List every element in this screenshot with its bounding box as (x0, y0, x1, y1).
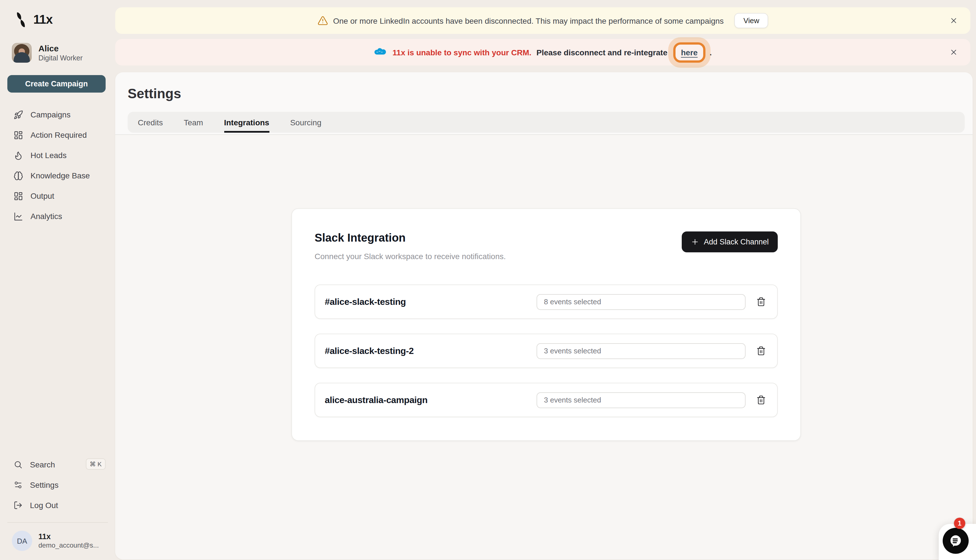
close-icon (949, 48, 958, 57)
worker-avatar (12, 43, 32, 63)
worker-role: Digital Worker (38, 53, 83, 62)
page-title: Settings (128, 86, 181, 102)
settings-tabs: Credits Team Integrations Sourcing (128, 112, 965, 133)
add-slack-channel-button[interactable]: Add Slack Channel (682, 232, 778, 252)
here-link-highlight: here (673, 42, 706, 62)
sidebar-item-hot-leads[interactable]: Hot Leads (7, 145, 108, 165)
account-switcher[interactable]: DA 11x demo_account@s... (7, 531, 108, 560)
events-select[interactable]: 3 events selected (537, 343, 746, 359)
flame-icon (13, 150, 23, 160)
close-linkedin-banner-button[interactable] (947, 14, 960, 27)
warning-icon (317, 15, 328, 26)
tab-integrations[interactable]: Integrations (224, 112, 269, 133)
salesforce-icon (374, 47, 387, 57)
reintegrate-here-link[interactable]: here (681, 48, 697, 57)
settings-panel: Settings Credits Team Integrations Sourc… (115, 72, 973, 560)
chat-widget-button[interactable]: 1 (943, 528, 969, 554)
sidebar-footer: Search ⌘ K Settings Log Out DA 11x (7, 455, 108, 560)
trash-icon (756, 297, 766, 307)
sidebar-item-output[interactable]: Output (7, 186, 108, 206)
sidebar-item-action-required[interactable]: Action Required (7, 125, 108, 145)
events-select[interactable]: 3 events selected (537, 392, 746, 408)
slack-channel-row: alice-australia-campaign 3 events select… (315, 383, 778, 417)
search-icon (13, 460, 23, 469)
settings-label: Settings (30, 480, 58, 490)
chat-notification-badge: 1 (954, 518, 965, 529)
crm-instruction-text: Please disconnect and re-integrate (537, 48, 667, 57)
slack-card-title: Slack Integration (315, 232, 506, 245)
chat-bubble-icon (948, 533, 963, 548)
sidebar-item-label: Knowledge Base (30, 171, 90, 180)
slack-integration-card: Slack Integration Connect your Slack wor… (292, 208, 801, 441)
slack-channel-row: #alice-slack-testing-2 3 events selected (315, 333, 778, 368)
create-campaign-button[interactable]: Create Campaign (7, 75, 106, 93)
crm-sync-banner: 11x is unable to sync with your CRM. Ple… (115, 39, 970, 65)
slack-channel-row: #alice-slack-testing 8 events selected (315, 285, 778, 319)
sidebar-item-label: Output (30, 192, 54, 200)
worker-name: Alice (38, 43, 83, 53)
slack-card-subtitle: Connect your Slack workspace to receive … (315, 252, 506, 261)
logo: 11x (7, 11, 108, 28)
channel-name: #alice-slack-testing (325, 297, 406, 307)
delete-channel-button[interactable] (752, 293, 769, 310)
events-select[interactable]: 8 events selected (537, 294, 746, 310)
grid-icon (13, 191, 23, 201)
linkedin-banner-text: One or more LinkedIn accounts have been … (333, 16, 724, 25)
slack-channel-list: #alice-slack-testing 8 events selected #… (315, 285, 778, 417)
logo-text: 11x (33, 12, 53, 27)
search-label: Search (30, 460, 55, 469)
sidebar-item-label: Action Required (30, 130, 87, 140)
rocket-icon (13, 110, 23, 119)
sidebar-item-analytics[interactable]: Analytics (7, 206, 108, 227)
crm-error-text: 11x is unable to sync with your CRM. (392, 48, 532, 57)
account-avatar: DA (12, 531, 32, 551)
logout-icon (13, 501, 23, 510)
chart-icon (13, 212, 23, 221)
sliders-icon (13, 480, 23, 490)
account-org: 11x (38, 532, 99, 542)
integrations-content: Slack Integration Connect your Slack wor… (115, 135, 973, 560)
delete-channel-button[interactable] (752, 392, 769, 408)
app-root: 11x Alice Digital Worker Create Campaign… (0, 0, 976, 560)
sidebar-nav: Campaigns Action Required Hot Leads (7, 105, 108, 227)
sidebar-item-search[interactable]: Search ⌘ K (7, 455, 108, 475)
trash-icon (756, 346, 766, 356)
linkedin-disconnected-banner: One or more LinkedIn accounts have been … (115, 7, 970, 34)
trash-icon (756, 395, 766, 405)
account-email: demo_account@s... (38, 542, 99, 550)
channel-name: #alice-slack-testing-2 (325, 346, 414, 356)
sidebar-item-settings[interactable]: Settings (7, 475, 108, 495)
channel-name: alice-australia-campaign (325, 395, 427, 405)
plus-icon (691, 238, 699, 246)
sidebar: 11x Alice Digital Worker Create Campaign… (0, 0, 115, 560)
dashboard-icon (13, 130, 23, 140)
search-shortcut: ⌘ K (85, 458, 106, 470)
sidebar-item-campaigns[interactable]: Campaigns (7, 105, 108, 125)
11x-logo-icon (13, 12, 28, 27)
logout-label: Log Out (30, 501, 58, 510)
tab-credits[interactable]: Credits (138, 112, 163, 133)
close-crm-banner-button[interactable] (947, 45, 960, 59)
view-button[interactable]: View (734, 13, 768, 28)
crm-period: . (709, 48, 712, 57)
sidebar-item-label: Hot Leads (30, 151, 67, 160)
add-slack-channel-label: Add Slack Channel (704, 238, 769, 246)
worker-profile[interactable]: Alice Digital Worker (12, 43, 108, 63)
brain-icon (13, 171, 23, 180)
tab-sourcing[interactable]: Sourcing (290, 112, 321, 133)
close-icon (949, 17, 958, 25)
sidebar-divider (7, 522, 108, 523)
sidebar-item-label: Campaigns (30, 110, 71, 119)
sidebar-item-knowledge-base[interactable]: Knowledge Base (7, 165, 108, 186)
sidebar-item-logout[interactable]: Log Out (7, 495, 108, 515)
tab-team[interactable]: Team (184, 112, 203, 133)
sidebar-item-label: Analytics (30, 212, 62, 221)
delete-channel-button[interactable] (752, 342, 769, 359)
